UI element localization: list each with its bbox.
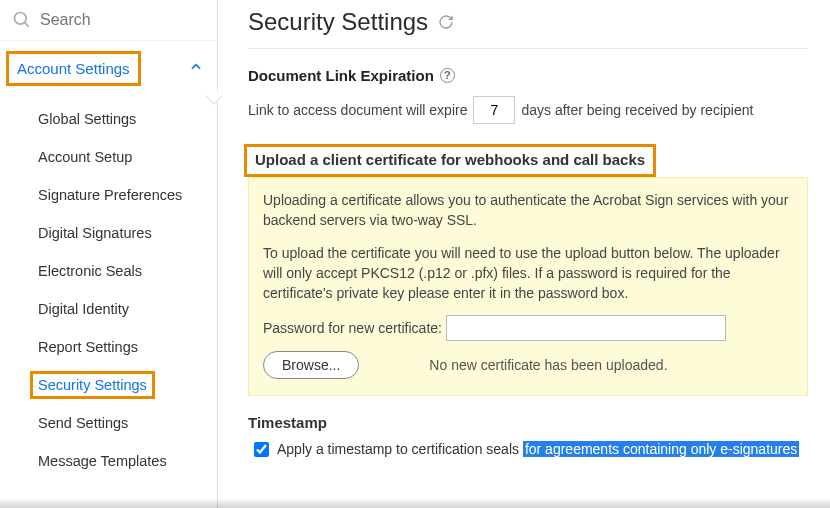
upload-info-box: Uploading a certificate allows you to au… — [248, 177, 808, 396]
main-content: Security Settings Document Link Expirati… — [218, 0, 830, 508]
timestamp-highlight: for agreements containing only e-signatu… — [523, 441, 799, 457]
page-title-text: Security Settings — [248, 8, 428, 36]
section-upload-certificate: Upload a client certificate for webhooks… — [248, 144, 808, 396]
sidebar-item-electronic-seals[interactable]: Electronic Seals — [0, 252, 217, 290]
timestamp-checkbox[interactable] — [254, 442, 269, 457]
exp-pre-text: Link to access document will expire — [248, 102, 467, 118]
section-timestamp: Timestamp Apply a timestamp to certifica… — [248, 414, 808, 457]
sidebar-group-account-settings[interactable]: Account Settings — [0, 41, 217, 96]
sidebar-item-label: Message Templates — [38, 453, 167, 469]
sidebar-item-label: Global Settings — [38, 111, 136, 127]
sidebar-item-label: Digital Signatures — [38, 225, 152, 241]
svg-point-0 — [15, 13, 27, 25]
section-document-link-expiration: Document Link Expiration ? Link to acces… — [248, 67, 808, 124]
sidebar-group-title: Account Settings — [6, 51, 141, 86]
upload-heading: Upload a client certificate for webhooks… — [244, 144, 656, 177]
sidebar-item-digital-identity[interactable]: Digital Identity — [0, 290, 217, 328]
password-label: Password for new certificate: — [263, 318, 442, 338]
sidebar-item-message-templates[interactable]: Message Templates — [0, 442, 217, 480]
timestamp-pre-text: Apply a timestamp to certification seals — [277, 441, 523, 457]
browse-button[interactable]: Browse... — [263, 351, 359, 379]
sidebar-item-report-settings[interactable]: Report Settings — [0, 328, 217, 366]
search-box[interactable] — [0, 0, 217, 41]
timestamp-label: Apply a timestamp to certification seals… — [277, 441, 799, 457]
timestamp-heading: Timestamp — [248, 414, 808, 431]
certificate-password-input[interactable] — [446, 315, 726, 341]
section-heading: Document Link Expiration — [248, 67, 434, 84]
upload-info-p2: To upload the certificate you will need … — [263, 243, 793, 304]
sidebar-item-label: Account Setup — [38, 149, 132, 165]
search-icon — [12, 10, 32, 30]
sidebar-item-send-settings[interactable]: Send Settings — [0, 404, 217, 442]
sidebar-item-security-settings[interactable]: Security Settings — [0, 366, 217, 404]
sidebar: Account Settings Global Settings Account… — [0, 0, 218, 508]
sidebar-item-label: Security Settings — [30, 371, 155, 399]
help-icon[interactable]: ? — [440, 68, 455, 83]
upload-info-p1: Uploading a certificate allows you to au… — [263, 190, 793, 231]
sidebar-nav-list: Global Settings Account Setup Signature … — [0, 96, 217, 508]
expiration-days-input[interactable] — [473, 96, 515, 124]
sidebar-item-digital-signatures[interactable]: Digital Signatures — [0, 214, 217, 252]
sidebar-item-label: Send Settings — [38, 415, 128, 431]
sidebar-item-label: Electronic Seals — [38, 263, 142, 279]
expiration-row: Link to access document will expire days… — [248, 96, 808, 124]
password-row: Password for new certificate: — [263, 315, 793, 341]
sidebar-item-label: Signature Preferences — [38, 187, 182, 203]
timestamp-option[interactable]: Apply a timestamp to certification seals… — [248, 441, 808, 457]
sidebar-item-global-settings[interactable]: Global Settings — [0, 100, 217, 138]
no-certificate-text: No new certificate has been uploaded. — [429, 355, 667, 375]
sidebar-item-label: Digital Identity — [38, 301, 129, 317]
search-input[interactable] — [40, 11, 205, 29]
sidebar-item-signature-preferences[interactable]: Signature Preferences — [0, 176, 217, 214]
refresh-icon[interactable] — [438, 8, 454, 36]
chevron-up-icon — [189, 60, 203, 77]
svg-line-1 — [25, 23, 29, 27]
page-title: Security Settings — [248, 8, 808, 49]
sidebar-item-account-setup[interactable]: Account Setup — [0, 138, 217, 176]
sidebar-item-label: Report Settings — [38, 339, 138, 355]
exp-post-text: days after being received by recipient — [521, 102, 753, 118]
